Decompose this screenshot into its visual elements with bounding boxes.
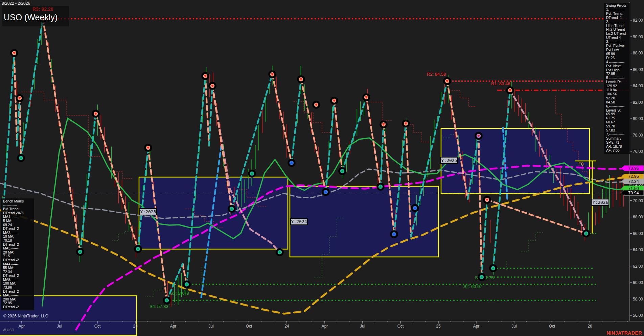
time-axis-label: Oct <box>246 324 252 329</box>
panel-line: 73.96 <box>3 286 33 290</box>
panel-line: AR: 18.78 <box>606 145 630 149</box>
zigzag-down <box>96 114 138 249</box>
zigzag-up <box>21 19 43 158</box>
time-axis-label: 24 <box>284 324 289 329</box>
price-axis-label: 82.00 <box>633 100 643 105</box>
panel-line: 65.99 <box>606 52 630 56</box>
panel-line: 55 MA: <box>3 266 33 270</box>
time-axis-label: Apr <box>19 324 25 329</box>
zigzag-up <box>17 98 20 146</box>
panel-line: Pvt. Next: <box>606 64 630 68</box>
zigzag-down <box>272 74 292 163</box>
price-tag-value: 73.96 <box>628 166 639 171</box>
price-axis-label: 68.00 <box>633 215 643 219</box>
chart-title: USO (Weekly) <box>4 13 58 22</box>
zigzag-down <box>301 79 326 192</box>
chart-title-box: R3: 92.20 USO (Weekly) <box>2 6 69 26</box>
price-axis-label: 86.00 <box>633 67 643 72</box>
time-axis-label: Jul <box>57 324 62 329</box>
level-label-S3: S3: 59.78 <box>170 291 189 296</box>
year-label: Y:2024 <box>291 219 307 224</box>
year-label: Y:2025 <box>441 158 457 163</box>
panel-line: DTrend -2 <box>3 227 33 231</box>
time-axis-label: Apr <box>322 324 328 329</box>
time-axis-label: Oct <box>94 324 101 329</box>
price-tag-value: 72.34 <box>628 179 639 184</box>
panel-line: DTrend -1 <box>606 16 630 20</box>
panel-line: 6.------------- <box>606 104 630 109</box>
price-tag-value: 70.94 <box>628 191 639 195</box>
time-axis-label: Oct <box>397 324 404 329</box>
price-axis-label: 62.00 <box>633 264 643 269</box>
price-axis-label: 84.00 <box>633 83 643 88</box>
chart-window: R2: 84.58R1: 83.46S1: 61.75S2: 60.67S3: … <box>0 0 644 336</box>
panel-line: 92.20 <box>606 96 630 100</box>
time-axis-label: 26 <box>588 324 592 329</box>
stop-stair-down <box>294 101 331 133</box>
price-axis-label: 64.00 <box>633 247 643 252</box>
panel-line: 84.58 <box>606 100 630 104</box>
price-axis-label: 76.00 <box>633 149 643 154</box>
zigzag-up <box>342 97 366 171</box>
panel-line: DTrend -2 <box>3 305 33 309</box>
stop-stair-down <box>452 91 476 106</box>
copyright-text: © 2026 NinjaTrader, LLC <box>3 314 48 318</box>
price-tag-value: 72.95 <box>628 174 639 179</box>
time-axis-label: Oct <box>549 324 555 329</box>
price-axis-label: 58.00 <box>633 297 643 302</box>
year-range-box <box>290 186 438 257</box>
price-axis-label: 80.00 <box>633 116 643 121</box>
zigzag-up <box>482 200 487 277</box>
panel-line: MA3.------ <box>3 246 33 250</box>
stop-stair-up <box>145 290 162 297</box>
year-range-box <box>441 128 590 194</box>
zigzag-down <box>334 101 342 171</box>
price-axis-label: 56.00 <box>633 313 643 318</box>
panel-line: 70.18 <box>3 239 33 243</box>
level-label-S4: S4: 57.83 <box>150 304 168 309</box>
time-axis-label: Apr <box>170 324 177 329</box>
pivot-label: F0 <box>578 162 583 167</box>
panel-line: SP's: 71 <box>606 141 630 145</box>
price-axis-label: 60.00 <box>633 280 643 285</box>
price-chart-canvas[interactable]: R2: 84.58R1: 83.46S1: 61.75S2: 60.67S3: … <box>0 0 644 336</box>
zigzag-up <box>381 124 384 187</box>
bench-marks-panel[interactable]: Bench Marks ------------BM Trend:DTrend … <box>1 198 34 310</box>
zigzag-up <box>80 114 96 252</box>
price-axis-label: 66.00 <box>633 231 643 236</box>
zigzag-up <box>292 79 301 163</box>
time-axis-label: Jul <box>208 324 213 329</box>
panel-line: Pvt. Trend: <box>606 12 630 16</box>
level-label-R2: R2: 84.58 <box>427 72 446 77</box>
panel-line: 4.------------- <box>606 60 630 64</box>
year-label: Y:2023 <box>140 209 156 214</box>
stop-stair-up <box>521 233 543 252</box>
time-axis-label: 23 <box>133 324 138 329</box>
date-range: 8/2022 - 2/2026 <box>2 1 30 6</box>
price-axis-label: 78.00 <box>633 133 643 138</box>
time-axis-label: Jul <box>511 324 516 329</box>
panel-title: Bench Marks <box>3 199 33 203</box>
stop-stair-up <box>112 232 131 241</box>
panel-line: AF: 7.00 <box>606 149 630 153</box>
price-axis-label: 90.00 <box>633 34 643 39</box>
instrument-watermark: W USO <box>3 328 14 332</box>
zigzag-down <box>205 76 209 146</box>
swing-pivots-panel[interactable]: Swing Pivots 1.-------------Pvt. Trend:D… <box>604 3 630 154</box>
zigzag-down <box>366 97 381 187</box>
ninjatrader-logo: NINJATRADER <box>606 330 642 336</box>
panel-line: DTrend -2 <box>3 258 33 262</box>
time-axis-label: Apr <box>473 324 480 329</box>
time-axis-label: 25 <box>436 324 441 329</box>
r3-level-label: R3: 92.20 <box>32 6 53 12</box>
year-label: Y:2026 <box>593 200 608 205</box>
panel-line: 2.------------- <box>606 20 630 24</box>
price-axis-label: 88.00 <box>633 51 643 55</box>
zigzag-up <box>326 101 334 192</box>
price-axis-label: 92.00 <box>633 18 643 23</box>
panel-line: D: 26 <box>606 56 630 60</box>
panel-body: ------------BM Trend:DTrend -96%MA1.----… <box>3 203 33 309</box>
level-label-R1: R1: 83.46 <box>491 81 510 86</box>
time-axis-label: Jul <box>360 324 365 329</box>
panel-body: 1.-------------Pvt. Trend:DTrend -12.---… <box>606 8 630 153</box>
